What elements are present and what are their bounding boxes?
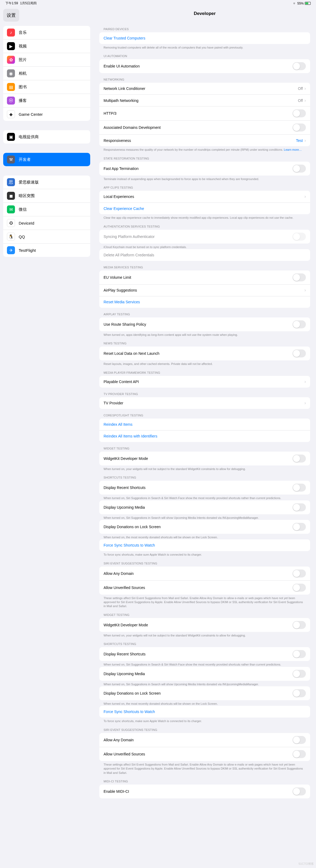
setting-value: ›	[305, 379, 306, 384]
toggle-switch[interactable]	[292, 670, 306, 678]
app-icon: ⦿	[7, 97, 15, 104]
toggle-switch[interactable]	[292, 484, 306, 492]
setting-row[interactable]: Reset Local Data on Next Launch	[99, 346, 310, 361]
toggle-switch[interactable]	[292, 569, 306, 578]
setting-row[interactable]: HTTP/3	[99, 106, 310, 120]
sidebar-item[interactable]: ◆Game Center	[3, 107, 90, 121]
sidebar-item[interactable]: ⚒开发者	[3, 153, 90, 166]
setting-row[interactable]: ResponsivenessTest›	[99, 134, 310, 146]
setting-row[interactable]: Clear Experience Cache	[99, 203, 310, 214]
setting-row[interactable]: AirPlay Suggestions›	[99, 284, 310, 296]
setting-value: ›	[305, 288, 306, 292]
sidebar-item[interactable]: ✈TestFlight	[3, 243, 90, 257]
toggle-switch[interactable]	[292, 273, 306, 281]
back-button[interactable]: 设置	[3, 9, 19, 22]
setting-row[interactable]: Fast App Termination	[99, 162, 310, 176]
toggle-switch[interactable]	[292, 455, 306, 463]
setting-row[interactable]: Enable UI Automation	[99, 59, 310, 73]
setting-label: Display Donations on Lock Screen	[104, 691, 161, 695]
toggle-switch[interactable]	[292, 750, 306, 758]
chevron-right-icon: ›	[305, 288, 306, 292]
sidebar-item[interactable]: ✪DeviceId	[3, 216, 90, 230]
sidebar-item[interactable]: ⦿播客	[3, 94, 90, 107]
battery-percent: 55%	[297, 2, 304, 5]
sidebar-item[interactable]: ◉相机	[3, 66, 90, 80]
setting-row[interactable]: Force Sync Shortcuts to Watch	[99, 706, 310, 718]
toggle-switch[interactable]	[292, 689, 306, 697]
setting-row[interactable]: Reindex All Items	[99, 418, 310, 430]
setting-label: Associated Domains Development	[104, 125, 161, 130]
sidebar-item-label: 开发者	[19, 157, 31, 162]
chevron-right-icon: ›	[305, 379, 306, 384]
section-footer: Removing trusted computers will delete a…	[99, 44, 310, 50]
setting-row[interactable]: WidgetKit Developer Mode	[99, 618, 310, 632]
section-footer: When turned on, apps identifying as long…	[99, 331, 310, 337]
toggle-switch[interactable]	[292, 650, 306, 658]
sidebar-item[interactable]: ▶视频	[3, 39, 90, 53]
sidebar-item[interactable]: 思爱思极速版	[3, 176, 90, 189]
sidebar-item[interactable]: ▣电视提供商	[3, 130, 90, 144]
setting-row[interactable]: Display Upcoming Media	[99, 500, 310, 514]
sidebar-item[interactable]: 🐧QQ	[3, 230, 90, 243]
toggle-switch[interactable]	[292, 736, 306, 744]
toggle-switch[interactable]	[292, 110, 306, 117]
sidebar-item-label: 照片	[19, 57, 27, 62]
setting-row[interactable]: Force Sync Shortcuts to Watch	[99, 539, 310, 551]
setting-row[interactable]: Playable Content API›	[99, 376, 310, 388]
toggle-switch[interactable]	[292, 621, 306, 629]
sidebar-item[interactable]: ♪音乐	[3, 26, 90, 39]
toggle-switch[interactable]	[292, 320, 306, 329]
section-footer: Clear the app clip experience cache to i…	[99, 214, 310, 220]
sidebar-item[interactable]: ◼暗区突围	[3, 189, 90, 203]
setting-label: Clear Experience Cache	[104, 207, 144, 211]
sidebar-item-label: 爱思极速版	[19, 180, 39, 185]
sidebar-item[interactable]: ✉微信	[3, 203, 90, 216]
setting-row[interactable]: Display Donations on Lock Screen	[99, 686, 310, 700]
app-icon: ▤	[7, 83, 15, 91]
setting-row[interactable]: Reindex All Items with Identifiers	[99, 430, 310, 442]
app-icon: ✪	[7, 219, 15, 227]
sidebar-item[interactable]: ▤图书	[3, 80, 90, 94]
setting-row[interactable]: Syncing Platform Authenticator	[99, 230, 310, 244]
toggle-switch[interactable]	[292, 523, 306, 531]
setting-row[interactable]: Multipath NetworkingOff›	[99, 94, 310, 106]
setting-row[interactable]: Local Experiences›	[99, 191, 310, 203]
setting-label: Allow Unverified Sources	[104, 586, 145, 590]
setting-value: Test›	[296, 138, 306, 143]
setting-row[interactable]: Reset Media Services	[99, 296, 310, 308]
setting-row[interactable]: TV Provider›	[99, 397, 310, 409]
setting-row[interactable]: Allow Unverified Sources	[99, 747, 310, 761]
setting-row[interactable]: Use Route Sharing Policy	[99, 317, 310, 331]
setting-row[interactable]: Associated Domains Development	[99, 120, 310, 134]
setting-row[interactable]: Enable MIDI-CI	[99, 784, 310, 798]
app-icon: ▶	[7, 42, 15, 50]
setting-row[interactable]: Display Upcoming Media	[99, 667, 310, 681]
sidebar-item[interactable]: ✿照片	[3, 53, 90, 66]
setting-row[interactable]: Allow Unverified Sources	[99, 581, 310, 595]
setting-row[interactable]: Allow Any Domain	[99, 733, 310, 747]
section-header: UI AUTOMATION	[99, 50, 310, 59]
toggle-switch[interactable]	[292, 503, 306, 512]
setting-row[interactable]: Clear Trusted Computers	[99, 32, 310, 44]
toggle-switch[interactable]	[292, 349, 306, 358]
setting-row[interactable]: Display Recent Shortcuts	[99, 647, 310, 661]
setting-row[interactable]: EU Volume Limit	[99, 271, 310, 284]
settings-title: 设置	[7, 12, 16, 19]
toggle-switch[interactable]	[292, 62, 306, 70]
setting-label: Display Upcoming Media	[104, 505, 145, 509]
setting-row[interactable]: Display Donations on Lock Screen	[99, 520, 310, 534]
section-footer: When turned on, your widgets will not be…	[99, 465, 310, 471]
setting-row[interactable]: WidgetKit Developer Mode	[99, 452, 310, 465]
section-header: NEWS TESTING	[99, 337, 310, 346]
toggle-switch[interactable]	[292, 164, 306, 173]
toggle-switch[interactable]	[292, 584, 306, 592]
setting-row[interactable]: Display Recent Shortcuts	[99, 481, 310, 495]
setting-row[interactable]: Allow Any Domain	[99, 566, 310, 581]
learn-more-link[interactable]: Learn more…	[284, 148, 302, 151]
setting-row[interactable]: Network Link ConditionerOff›	[99, 83, 310, 94]
section-footer: To force sync shortcuts, make sure Apple…	[99, 718, 310, 723]
setting-label: Responsiveness	[104, 138, 131, 143]
sidebar: 设置 ♪音乐▶视频✿照片◉相机▤图书⦿播客◆Game Center▣电视提供商⚒…	[0, 7, 93, 868]
toggle-switch[interactable]	[292, 124, 306, 131]
toggle-switch[interactable]	[292, 787, 306, 796]
